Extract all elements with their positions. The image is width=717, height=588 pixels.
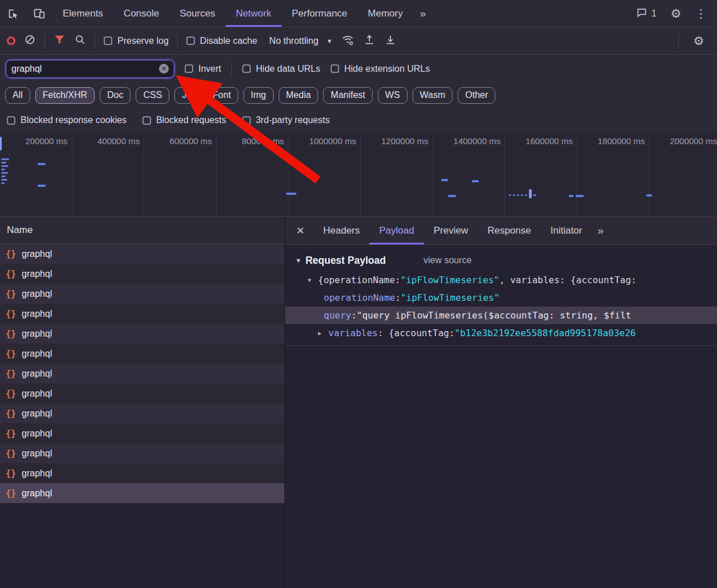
request-row[interactable]: {}graphql xyxy=(0,364,284,383)
waterfall-bar[interactable] xyxy=(646,194,652,197)
record-network-log-button[interactable] xyxy=(7,36,15,45)
settings-button[interactable]: ⚙ xyxy=(665,7,687,21)
waterfall-bar[interactable] xyxy=(569,195,573,197)
details-tab-response[interactable]: Response xyxy=(478,217,541,244)
waterfall-bar[interactable] xyxy=(38,185,46,187)
waterfall-bar[interactable] xyxy=(286,193,296,195)
waterfall-bar[interactable] xyxy=(1,165,9,167)
request-row[interactable]: {}graphql xyxy=(0,324,284,344)
waterfall-bar[interactable] xyxy=(1,182,5,184)
details-tab-payload[interactable]: Payload xyxy=(369,217,423,244)
filter-toggle-button[interactable] xyxy=(54,34,66,48)
invert-checkbox[interactable] xyxy=(185,64,193,73)
search-network-button[interactable] xyxy=(74,34,86,48)
network-settings-button[interactable]: ⚙ xyxy=(687,34,710,48)
filter-pill-ws[interactable]: WS xyxy=(378,87,408,104)
request-row[interactable]: {}graphql xyxy=(0,304,284,324)
expander-icon[interactable]: ▼ xyxy=(308,277,318,283)
network-filter-field[interactable]: ✕ xyxy=(6,60,174,78)
waterfall-bar[interactable] xyxy=(38,163,46,165)
network-overview-timeline[interactable]: 200000 ms400000 ms600000 ms800000 ms1000… xyxy=(0,132,717,217)
waterfall-bar[interactable] xyxy=(533,194,536,196)
waterfall-bar[interactable] xyxy=(517,194,519,196)
throttling-select[interactable]: No throttling ▼ xyxy=(269,36,332,46)
waterfall-bar[interactable] xyxy=(441,179,448,181)
payload-tree-row[interactable]: ▶variables: {accountTag: "b12e3b2192ee55… xyxy=(285,324,717,342)
filter-pill-img[interactable]: Img xyxy=(243,87,274,104)
section-expander-icon[interactable]: ▼ xyxy=(295,257,302,264)
device-toolbar-button[interactable] xyxy=(26,0,52,27)
filter-pill-all[interactable]: All xyxy=(5,87,30,104)
console-messages-button[interactable]: 1 xyxy=(630,7,662,21)
clear-filter-icon[interactable]: ✕ xyxy=(159,64,169,74)
3rd-party-requests-checkbox[interactable] xyxy=(242,116,251,125)
request-row[interactable]: {}graphql xyxy=(0,344,284,364)
export-har-button[interactable] xyxy=(384,34,397,48)
filter-pill-css[interactable]: CSS xyxy=(136,87,169,104)
blocked-requests-checkbox[interactable] xyxy=(142,116,151,125)
expander-icon[interactable]: ▶ xyxy=(318,330,328,336)
clear-network-log-button[interactable] xyxy=(24,34,36,48)
network-conditions-button[interactable] xyxy=(341,34,355,48)
payload-tree-row[interactable]: ▼{operationName: "ipFlowTimeseries", var… xyxy=(285,271,717,289)
tab-sources[interactable]: Sources xyxy=(169,0,225,27)
view-source-link[interactable]: view source xyxy=(423,255,471,266)
close-details-button[interactable]: ✕ xyxy=(287,217,313,244)
import-har-button[interactable] xyxy=(363,34,376,48)
waterfall-bar[interactable] xyxy=(472,180,479,182)
inspect-element-button[interactable] xyxy=(0,0,26,27)
filter-pill-manifest[interactable]: Manifest xyxy=(323,87,372,104)
preserve-log-checkbox[interactable] xyxy=(104,36,112,45)
details-tab-initiator[interactable]: Initiator xyxy=(541,217,592,244)
waterfall-bar[interactable] xyxy=(529,189,532,198)
waterfall-bar[interactable] xyxy=(448,195,456,197)
waterfall-bar[interactable] xyxy=(513,194,515,196)
waterfall-bar[interactable] xyxy=(525,194,527,196)
request-row[interactable]: {}graphql xyxy=(0,423,284,443)
filter-pill-doc[interactable]: Doc xyxy=(100,87,131,104)
request-row[interactable]: {}graphql xyxy=(0,443,284,463)
request-row[interactable]: {}graphql xyxy=(0,403,284,423)
waterfall-bar[interactable] xyxy=(0,137,2,150)
waterfall-bar[interactable] xyxy=(576,195,584,197)
waterfall-bar[interactable] xyxy=(521,194,523,196)
waterfall-bar[interactable] xyxy=(1,172,8,174)
waterfall-bar[interactable] xyxy=(1,179,7,181)
filter-pill-fetch-xhr[interactable]: Fetch/XHR xyxy=(35,87,95,104)
waterfall-bar[interactable] xyxy=(1,169,5,170)
waterfall-bar[interactable] xyxy=(1,162,6,164)
waterfall-bar[interactable] xyxy=(509,194,511,196)
name-column-header[interactable]: Name xyxy=(0,217,284,244)
more-details-tabs-button[interactable]: » xyxy=(592,217,609,244)
filter-pill-other[interactable]: Other xyxy=(458,87,495,104)
hide-data-urls-checkbox[interactable] xyxy=(242,64,251,73)
disable-cache-checkbox[interactable] xyxy=(186,36,195,45)
request-row[interactable]: {}graphql xyxy=(0,284,284,304)
details-tab-preview[interactable]: Preview xyxy=(424,217,478,244)
divider xyxy=(231,62,232,76)
filter-pill-media[interactable]: Media xyxy=(279,87,319,104)
tab-elements[interactable]: Elements xyxy=(52,0,113,27)
filter-pill-font[interactable]: Font xyxy=(205,87,238,104)
filter-pill-js[interactable]: JS xyxy=(174,87,200,104)
payload-tree-row[interactable]: operationName: "ipFlowTimeseries" xyxy=(285,289,717,307)
blocked-response-cookies-checkbox[interactable] xyxy=(7,116,15,125)
filter-pill-wasm[interactable]: Wasm xyxy=(413,87,453,104)
main-menu-button[interactable]: ⋮ xyxy=(690,7,712,21)
more-tabs-button[interactable]: » xyxy=(413,0,433,27)
request-row[interactable]: {}graphql xyxy=(0,264,284,284)
network-filter-input[interactable] xyxy=(11,64,159,74)
details-tab-headers[interactable]: Headers xyxy=(313,217,369,244)
request-row[interactable]: {}graphql xyxy=(0,383,284,403)
request-row[interactable]: {}graphql xyxy=(0,244,284,264)
request-row[interactable]: {}graphql xyxy=(0,463,284,483)
waterfall-bar[interactable] xyxy=(1,175,6,177)
payload-tree-row[interactable]: query: "query ipFlowTimeseries($accountT… xyxy=(285,307,717,324)
tab-console[interactable]: Console xyxy=(113,0,169,27)
hide-extension-urls-checkbox[interactable] xyxy=(331,64,339,73)
tab-memory[interactable]: Memory xyxy=(357,0,413,27)
request-row[interactable]: {}graphql xyxy=(0,483,284,503)
tab-network[interactable]: Network xyxy=(226,0,282,27)
tab-performance[interactable]: Performance xyxy=(282,0,357,27)
waterfall-bar[interactable] xyxy=(1,158,9,160)
